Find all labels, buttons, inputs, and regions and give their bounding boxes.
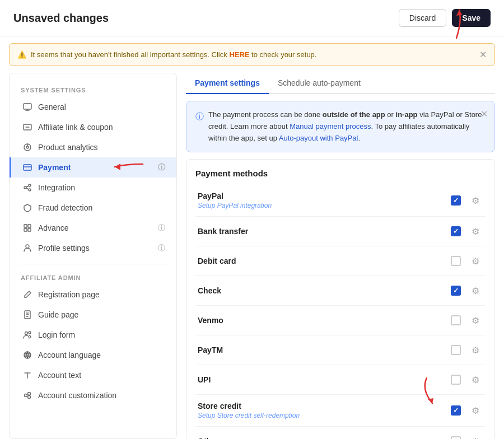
page-title: Unsaved changes <box>13 12 109 25</box>
globe-icon <box>22 350 32 360</box>
svg-point-24 <box>29 332 31 334</box>
payment-methods-card: Payment methods PayPal Setup PayPal inte… <box>186 159 495 439</box>
gear-upi[interactable]: ⚙ <box>468 372 483 388</box>
checkbox-check[interactable] <box>451 286 461 296</box>
payment-name-venmo: Venmo <box>198 316 223 325</box>
info-box-text: The payment process can be done outside … <box>208 109 486 144</box>
checkbox-store-credit[interactable] <box>451 405 461 416</box>
sidebar-item-profile-settings[interactable]: Profile settings ⓘ <box>10 238 176 258</box>
payment-name-debit-card: Debit card <box>198 256 236 265</box>
profile-info-icon[interactable]: ⓘ <box>158 243 165 253</box>
sidebar-item-account-customization[interactable]: Account customization <box>10 385 176 405</box>
checkbox-other[interactable] <box>451 436 461 439</box>
checkbox-other-unchecked <box>451 436 461 439</box>
gear-paytm[interactable]: ⚙ <box>468 342 483 358</box>
payment-row-paytm: PayTM ⚙ <box>195 335 486 365</box>
sidebar-label-fraud-detection: Fraud detection <box>38 203 92 212</box>
payment-info-icon[interactable]: ⓘ <box>158 162 165 172</box>
integration-icon <box>22 183 32 193</box>
tab-payment-settings[interactable]: Payment settings <box>186 73 269 94</box>
gear-check[interactable]: ⚙ <box>468 283 483 298</box>
gear-paypal[interactable]: ⚙ <box>468 193 483 208</box>
svg-rect-15 <box>28 225 31 227</box>
header-actions: Discard Save <box>399 9 491 27</box>
auto-payout-link[interactable]: Auto-payout with PayPal <box>279 134 358 142</box>
svg-point-28 <box>25 394 27 397</box>
sidebar-item-guide-page[interactable]: Guide page <box>10 305 176 325</box>
discard-button[interactable]: Discard <box>399 9 446 27</box>
tab-schedule-auto-payment[interactable]: Schedule auto-payment <box>269 73 370 94</box>
sidebar-item-general[interactable]: General <box>10 97 176 117</box>
payment-methods-title: Payment methods <box>195 169 486 178</box>
info-box-close-button[interactable]: ✕ <box>480 107 488 122</box>
svg-point-10 <box>29 184 31 186</box>
info-circle-icon: ⓘ <box>195 110 204 123</box>
svg-rect-16 <box>24 228 27 231</box>
payment-name-paytm: PayTM <box>198 346 223 354</box>
checkbox-venmo[interactable] <box>451 315 461 325</box>
alert-link[interactable]: HERE <box>229 50 249 59</box>
tabs: Payment settings Schedule auto-payment <box>186 73 495 94</box>
sidebar-item-account-language[interactable]: Account language <box>10 345 176 365</box>
sidebar-label-profile-settings: Profile settings <box>38 244 90 253</box>
payment-name-upi: UPI <box>198 375 211 384</box>
sidebar-item-payment[interactable]: Payment ⓘ <box>10 157 176 178</box>
svg-point-30 <box>28 396 31 399</box>
analytics-icon <box>22 142 32 152</box>
payment-icon <box>22 162 32 172</box>
sidebar-label-guide-page: Guide page <box>38 310 78 319</box>
sidebar-item-login-form[interactable]: Login form <box>10 325 176 345</box>
svg-point-18 <box>26 245 29 248</box>
sidebar-item-integration[interactable]: Integration <box>10 178 176 198</box>
gear-debit-card[interactable]: ⚙ <box>468 253 483 269</box>
save-button[interactable]: Save <box>452 9 491 27</box>
checkbox-paypal[interactable] <box>451 195 461 206</box>
sidebar-label-registration-page: Registration page <box>38 290 100 299</box>
sidebar: SYSTEM SETTINGS General Affiliate link &… <box>9 73 177 439</box>
monitor-icon <box>22 102 32 112</box>
page-header: Unsaved changes Discard Save <box>0 0 504 36</box>
sidebar-item-registration-page[interactable]: Registration page <box>10 284 176 305</box>
svg-point-11 <box>29 189 31 191</box>
sidebar-item-account-text[interactable]: Account text <box>10 365 176 385</box>
checkbox-upi[interactable] <box>451 375 461 385</box>
document-icon <box>22 310 32 320</box>
payment-row-other: Other ⚙ <box>195 427 486 439</box>
alert-banner: ⚠️ It seems that you haven't finished al… <box>9 43 495 66</box>
manual-payment-link[interactable]: Manual payment process <box>290 122 371 130</box>
advance-info-icon[interactable]: ⓘ <box>158 223 165 233</box>
payment-name-paypal: PayPal <box>198 192 272 200</box>
payment-name-store-credit: Store credit <box>198 402 300 410</box>
checkbox-store-credit-checked <box>451 405 461 416</box>
grid-icon <box>22 223 32 233</box>
sidebar-label-advance: Advance <box>38 223 68 232</box>
users-icon <box>22 330 32 340</box>
svg-line-12 <box>26 186 29 187</box>
gear-other[interactable]: ⚙ <box>468 433 483 439</box>
right-panel: Payment settings Schedule auto-payment ⓘ… <box>186 73 495 439</box>
sidebar-item-affiliate-link[interactable]: Affiliate link & coupon <box>10 117 176 137</box>
svg-point-29 <box>28 393 31 395</box>
sidebar-label-product-analytics: Product analytics <box>38 143 98 152</box>
checkbox-paytm[interactable] <box>451 345 461 355</box>
svg-point-23 <box>25 332 28 335</box>
sidebar-item-fraud-detection[interactable]: Fraud detection <box>10 198 176 218</box>
payment-row-bank-transfer: Bank transfer ⚙ <box>195 217 486 246</box>
sidebar-label-login-form: Login form <box>38 330 75 339</box>
gear-venmo[interactable]: ⚙ <box>468 312 483 328</box>
checkbox-upi-unchecked <box>451 375 461 385</box>
payment-row-venmo: Venmo ⚙ <box>195 306 486 335</box>
gear-store-credit[interactable]: ⚙ <box>468 403 483 418</box>
checkbox-bank-transfer[interactable] <box>451 226 461 236</box>
link-icon <box>22 122 32 132</box>
svg-rect-7 <box>24 165 31 170</box>
alert-close-button[interactable]: ✕ <box>479 49 487 60</box>
checkbox-debit-card[interactable] <box>451 256 461 266</box>
edit-icon <box>22 290 32 300</box>
sidebar-divider <box>18 264 167 264</box>
gear-bank-transfer[interactable]: ⚙ <box>468 223 483 239</box>
checkbox-bank-transfer-checked <box>451 226 461 236</box>
sidebar-item-advance[interactable]: Advance ⓘ <box>10 218 176 238</box>
shield-icon <box>22 203 32 213</box>
sidebar-item-product-analytics[interactable]: Product analytics <box>10 137 176 157</box>
